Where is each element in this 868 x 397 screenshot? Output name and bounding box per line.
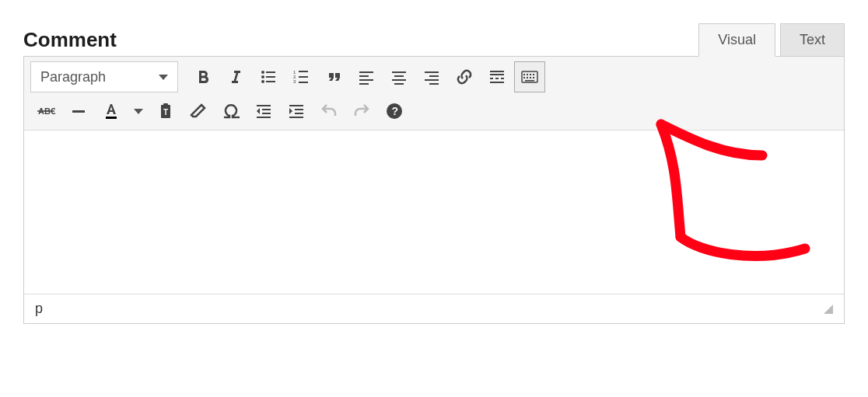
bold-button[interactable] bbox=[187, 61, 219, 92]
align-right-icon bbox=[422, 68, 441, 86]
chevron-down-icon bbox=[134, 109, 143, 114]
undo-button[interactable] bbox=[313, 96, 345, 127]
text-color-button[interactable] bbox=[96, 96, 127, 127]
svg-rect-4 bbox=[266, 76, 275, 78]
outdent-icon bbox=[254, 102, 273, 120]
blockquote-button[interactable] bbox=[318, 61, 349, 92]
keyboard-icon bbox=[520, 68, 539, 86]
clipboard-icon: T bbox=[156, 102, 175, 120]
svg-rect-21 bbox=[429, 75, 439, 77]
redo-button[interactable] bbox=[346, 96, 377, 127]
svg-rect-19 bbox=[394, 83, 404, 85]
svg-rect-47 bbox=[257, 105, 271, 106]
svg-text:3: 3 bbox=[293, 79, 296, 84]
strikethrough-icon: ABC bbox=[37, 102, 55, 120]
resize-handle[interactable] bbox=[824, 305, 833, 314]
svg-rect-39 bbox=[525, 80, 534, 82]
svg-rect-33 bbox=[530, 74, 531, 75]
align-left-button[interactable] bbox=[351, 61, 382, 92]
svg-text:?: ? bbox=[392, 105, 399, 117]
svg-rect-11 bbox=[299, 82, 308, 83]
svg-rect-14 bbox=[359, 79, 373, 81]
link-icon bbox=[455, 68, 474, 86]
special-character-button[interactable] bbox=[215, 96, 247, 127]
svg-rect-27 bbox=[495, 78, 499, 79]
eraser-icon bbox=[189, 102, 208, 120]
svg-rect-17 bbox=[394, 75, 404, 77]
tab-text[interactable]: Text bbox=[780, 23, 845, 57]
paste-text-button[interactable]: T bbox=[150, 96, 181, 127]
svg-rect-54 bbox=[289, 117, 303, 118]
editor-toolbar: Paragraph 123 bbox=[24, 57, 844, 131]
text-color-dropdown[interactable] bbox=[128, 96, 149, 127]
editor-content-area[interactable] bbox=[24, 131, 844, 294]
svg-rect-20 bbox=[425, 71, 439, 73]
svg-rect-52 bbox=[295, 109, 303, 110]
chevron-down-icon bbox=[159, 75, 168, 80]
svg-rect-12 bbox=[359, 71, 373, 73]
svg-rect-50 bbox=[257, 117, 271, 118]
element-path[interactable]: p bbox=[35, 301, 43, 317]
bullet-list-button[interactable] bbox=[253, 61, 284, 92]
toggle-toolbar-button[interactable] bbox=[514, 61, 545, 92]
editor-tabs: Visual Text bbox=[694, 23, 845, 57]
outdent-button[interactable] bbox=[248, 96, 279, 127]
svg-rect-36 bbox=[527, 77, 528, 78]
svg-rect-43 bbox=[106, 117, 117, 119]
bullet-list-icon bbox=[259, 68, 278, 86]
horizontal-rule-icon bbox=[69, 102, 88, 120]
format-select[interactable]: Paragraph bbox=[30, 61, 178, 92]
clear-formatting-button[interactable] bbox=[183, 96, 214, 127]
italic-button[interactable] bbox=[220, 61, 251, 92]
svg-point-1 bbox=[261, 75, 264, 78]
svg-rect-48 bbox=[262, 109, 271, 110]
svg-rect-26 bbox=[490, 78, 493, 79]
numbered-list-button[interactable]: 123 bbox=[285, 61, 317, 92]
align-center-icon bbox=[390, 68, 408, 86]
svg-rect-5 bbox=[266, 81, 275, 82]
svg-rect-22 bbox=[425, 79, 439, 81]
svg-rect-28 bbox=[501, 78, 504, 79]
svg-point-0 bbox=[261, 71, 264, 74]
omega-icon bbox=[222, 102, 240, 120]
svg-rect-38 bbox=[533, 77, 534, 78]
indent-icon bbox=[287, 102, 306, 120]
indent-button[interactable] bbox=[281, 96, 312, 127]
svg-rect-35 bbox=[523, 77, 525, 78]
svg-rect-49 bbox=[262, 113, 271, 114]
svg-rect-32 bbox=[527, 74, 528, 75]
svg-rect-37 bbox=[530, 77, 531, 78]
svg-rect-16 bbox=[392, 71, 406, 73]
quote-icon bbox=[324, 68, 343, 86]
svg-rect-3 bbox=[266, 71, 275, 73]
align-center-button[interactable] bbox=[383, 61, 415, 92]
svg-rect-29 bbox=[490, 82, 504, 83]
svg-rect-23 bbox=[429, 83, 439, 85]
svg-rect-15 bbox=[359, 83, 369, 85]
svg-rect-31 bbox=[523, 74, 525, 75]
svg-rect-9 bbox=[299, 71, 308, 72]
align-left-icon bbox=[357, 68, 376, 86]
svg-rect-25 bbox=[490, 74, 504, 75]
page-title: Comment bbox=[23, 28, 117, 52]
undo-icon bbox=[320, 102, 338, 120]
format-select-value: Paragraph bbox=[40, 69, 106, 85]
svg-rect-13 bbox=[359, 75, 369, 77]
redo-icon bbox=[352, 102, 371, 120]
insert-more-button[interactable] bbox=[481, 61, 513, 92]
help-button[interactable]: ? bbox=[379, 96, 410, 127]
help-icon: ? bbox=[385, 102, 404, 120]
bold-icon bbox=[194, 68, 212, 86]
strikethrough-button[interactable]: ABC bbox=[30, 96, 61, 127]
svg-rect-53 bbox=[295, 113, 303, 114]
insert-link-button[interactable] bbox=[449, 61, 480, 92]
tab-visual[interactable]: Visual bbox=[698, 23, 775, 57]
align-right-button[interactable] bbox=[416, 61, 447, 92]
svg-rect-10 bbox=[299, 76, 308, 78]
svg-rect-42 bbox=[72, 110, 85, 113]
text-color-icon bbox=[102, 102, 121, 120]
read-more-icon bbox=[488, 68, 506, 86]
svg-rect-24 bbox=[490, 71, 504, 72]
horizontal-rule-button[interactable] bbox=[63, 96, 94, 127]
italic-icon bbox=[226, 68, 245, 86]
